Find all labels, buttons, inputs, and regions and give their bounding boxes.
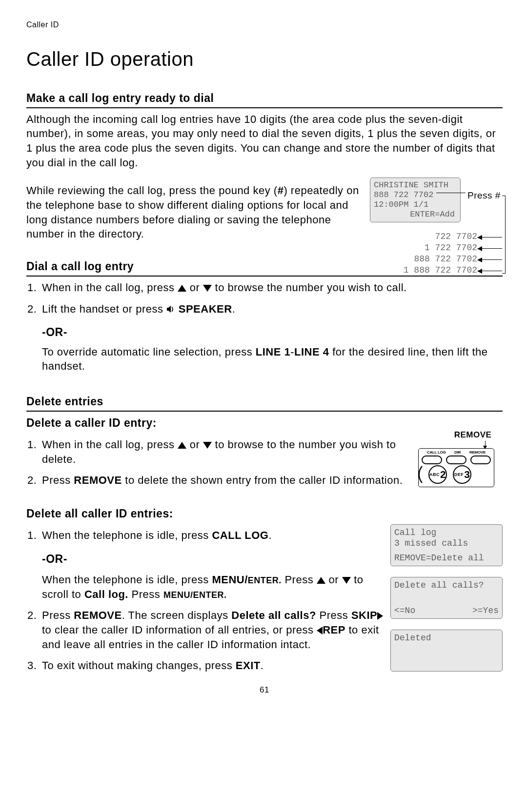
press-pound-label: Press # — [467, 189, 501, 202]
up-arrow-icon — [178, 285, 186, 292]
lcd-softkey-no: <=No — [394, 605, 415, 616]
heading-delete-entries: Delete entries — [26, 394, 503, 412]
list-item: When in the call log, press or to browse… — [40, 437, 404, 466]
para-make-ready-1: Although the incoming call log entries h… — [26, 112, 503, 170]
list-item: To exit without making changes, press EX… — [40, 658, 385, 673]
subheading-delete-one: Delete a caller ID entry: — [26, 416, 503, 431]
down-arrow-icon — [203, 285, 212, 292]
key-number: 2 — [440, 468, 446, 481]
dial-option: 1 722 7702 — [404, 242, 477, 254]
list-item: When the telephone is idle, press CALL L… — [40, 528, 385, 601]
running-header: Caller ID — [26, 20, 503, 30]
dial-option: 1 888 722 7702 — [404, 265, 477, 276]
lcd-line: Delete all calls? — [394, 580, 499, 591]
leader-arrow — [478, 237, 502, 238]
text: When the telephone is idle, press — [42, 529, 212, 541]
skip-key: SKIP — [351, 609, 377, 621]
leader-line — [436, 193, 466, 193]
delete-all-steps: When the telephone is idle, press CALL L… — [26, 528, 385, 680]
key-letters: ABC — [429, 472, 440, 477]
lcd-screen-4: Deleted — [390, 630, 503, 672]
keypad-figure: REMOVE CALL LOG DIR REMOVE — [410, 430, 503, 487]
up-arrow-icon — [317, 577, 325, 584]
leader-arrow — [478, 271, 502, 271]
text: Lift the handset or press — [42, 303, 166, 315]
lcd-screen-1: CHRISTINE SMITH 888 722 7702 12:00PM 1/1… — [370, 178, 461, 222]
or-divider: -OR- — [42, 552, 385, 567]
text: To override automatic line selection, pr… — [42, 345, 503, 374]
delete-one-steps: When in the call log, press or to browse… — [26, 437, 404, 495]
calllog-key: CALL LOG — [212, 529, 268, 541]
lcd-figure-1: CHRISTINE SMITH 888 722 7702 12:00PM 1/1… — [370, 178, 503, 222]
leader-line — [485, 441, 486, 446]
dial-option: 722 7702 — [404, 231, 477, 242]
text: Press — [128, 588, 163, 600]
softkey-label: CALL LOG — [427, 450, 446, 456]
right-arrow-icon — [377, 612, 383, 620]
keypad-arc — [417, 465, 423, 484]
text: . — [232, 303, 236, 315]
lcd-line: REMOVE=Delete all — [394, 553, 499, 563]
lcd-line: 12:00PM 1/1 — [374, 200, 457, 210]
text: When the telephone is idle, press MENU/E… — [42, 573, 385, 601]
key-3: DEF3 — [453, 465, 471, 484]
list-item: Lift the handset or press SPEAKER. -OR- … — [40, 302, 503, 374]
text: Press — [42, 609, 74, 621]
speaker-icon — [166, 302, 175, 317]
text: To override automatic line selection, pr… — [42, 346, 256, 358]
lcd-screen-2: Call log 3 missed calls REMOVE=Delete al… — [390, 524, 503, 566]
key-letters: DEF — [454, 472, 464, 477]
text: or — [186, 281, 203, 294]
or-divider: -OR- — [42, 325, 503, 340]
lcd-column: Call log 3 missed calls REMOVE=Delete al… — [390, 524, 503, 672]
lcd-softkey-yes: >=Yes — [472, 605, 499, 616]
line-key: LINE 4 — [294, 346, 329, 358]
lcd-line: Deleted — [394, 633, 499, 643]
text: to clear the caller ID information of al… — [42, 624, 317, 636]
lcd-line: Call log — [394, 527, 499, 538]
text: When the telephone is idle, press — [42, 574, 212, 586]
lcd-line: ENTER=Add — [374, 210, 457, 219]
speaker-label: SPEAKER — [175, 303, 232, 315]
text: . The screen displays — [122, 609, 232, 621]
down-arrow-icon — [342, 577, 351, 584]
remove-key: REMOVE — [74, 609, 122, 621]
list-item: Press REMOVE. The screen displays Delete… — [40, 608, 385, 652]
text: to browse the number you wish to call. — [212, 281, 407, 294]
text: to delete the shown entry from the calle… — [122, 474, 403, 486]
softkey-label: DIR — [454, 450, 461, 456]
list-item: When in the call log, press or to browse… — [40, 280, 503, 295]
remove-key: REMOVE — [74, 474, 122, 486]
text: While reviewing the call log, press the … — [26, 184, 278, 197]
text: or — [186, 438, 203, 451]
lcd-line: 3 missed calls — [394, 538, 499, 549]
text: Press — [316, 609, 351, 621]
page-title: Caller ID operation — [26, 46, 503, 72]
text: . — [261, 659, 264, 672]
softkey-dir — [446, 456, 466, 464]
list-item: Press REMOVE to delete the shown entry f… — [40, 473, 404, 488]
text: When in the call log, press — [42, 438, 178, 451]
rep-key: REP — [323, 624, 345, 636]
text: . — [268, 529, 272, 541]
lcd-line: CHRISTINE SMITH — [374, 180, 457, 190]
keypad: CALL LOG DIR REMOVE ABC2 — [418, 448, 494, 487]
menu-enter-key: MENU/ENTER. — [163, 590, 227, 600]
page-number: 61 — [26, 685, 503, 696]
leader-arrow — [478, 248, 502, 249]
remove-caption: REMOVE — [443, 430, 503, 441]
up-arrow-icon — [178, 442, 186, 449]
exit-key: EXIT — [236, 659, 261, 672]
softkey-label: REMOVE — [469, 450, 486, 456]
text: Press — [282, 574, 317, 586]
menu-enter-key: MENU/ENTER. — [212, 574, 281, 586]
subheading-delete-all: Delete all caller ID entries: — [26, 506, 503, 521]
lcd-screen-3: Delete all calls? <=No >=Yes — [390, 577, 503, 619]
dial-option: 888 722 7702 — [404, 254, 477, 265]
line-key: LINE 1 — [256, 346, 290, 358]
dial-options-list: 722 7702 1 722 7702 888 722 7702 1 888 7… — [404, 231, 477, 276]
text: or — [325, 574, 342, 586]
text: - — [290, 346, 294, 358]
key-number: 3 — [464, 468, 470, 481]
text: When in the call log, press — [42, 281, 178, 294]
